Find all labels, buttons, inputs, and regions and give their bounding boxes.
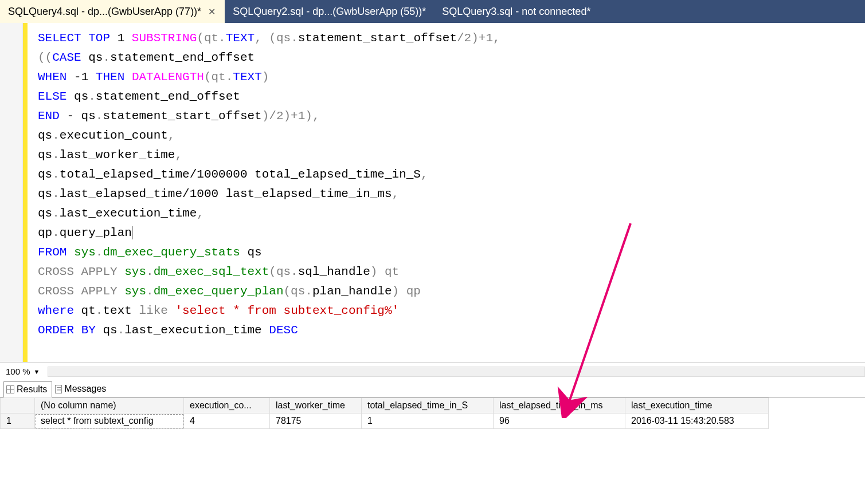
tab-results[interactable]: Results — [3, 381, 52, 397]
zoom-value[interactable]: 100 % — [6, 367, 30, 376]
tab-label: Messages — [64, 384, 106, 394]
chevron-down-icon[interactable]: ▼ — [34, 368, 40, 375]
tab-sqlquery4[interactable]: SQLQuery4.sql - dp...(GwbUserApp (77))* … — [0, 0, 225, 23]
cell[interactable]: 4 — [184, 414, 270, 429]
cell[interactable]: select * from subtext_config — [35, 414, 184, 429]
results-pane-tabs: Results Messages — [0, 380, 865, 397]
cell[interactable]: 1 — [362, 414, 494, 429]
tab-label: SQLQuery2.sql - dp...(GwbUserApp (55))* — [233, 6, 426, 18]
tab-label: SQLQuery3.sql - not connected* — [442, 6, 590, 18]
close-icon[interactable]: ✕ — [207, 6, 217, 17]
tab-sqlquery3[interactable]: SQLQuery3.sql - not connected* — [434, 0, 598, 23]
zoom-bar: 100 % ▼ — [0, 362, 865, 380]
sql-editor[interactable]: SELECT TOP 1 SUBSTRING(qt.TEXT, (qs.stat… — [0, 23, 865, 362]
tab-label: Results — [17, 384, 47, 395]
document-icon — [55, 385, 62, 393]
col-header[interactable]: (No column name) — [35, 398, 184, 414]
col-header[interactable]: total_elapsed_time_in_S — [362, 398, 494, 414]
modified-indicator — [23, 23, 28, 362]
tab-messages[interactable]: Messages — [52, 381, 111, 397]
cell[interactable]: 96 — [494, 414, 625, 429]
tab-label: SQLQuery4.sql - dp...(GwbUserApp (77))* — [8, 6, 201, 18]
col-header[interactable]: last_worker_time — [270, 398, 362, 414]
col-header[interactable]: last_execution_time — [625, 398, 769, 414]
horizontal-scrollbar[interactable] — [48, 367, 865, 377]
document-tab-bar: SQLQuery4.sql - dp...(GwbUserApp (77))* … — [0, 0, 865, 23]
header-row: (No column name) execution_co... last_wo… — [1, 398, 769, 414]
code-content[interactable]: SELECT TOP 1 SUBSTRING(qt.TEXT, (qs.stat… — [28, 23, 508, 362]
grid-icon — [6, 385, 14, 393]
col-header[interactable]: execution_co... — [184, 398, 270, 414]
row-number[interactable]: 1 — [1, 414, 35, 429]
cell[interactable]: 2016-03-11 15:43:20.583 — [625, 414, 769, 429]
results-grid[interactable]: (No column name) execution_co... last_wo… — [0, 397, 865, 429]
cell[interactable]: 78175 — [270, 414, 362, 429]
col-header[interactable]: last_elapsed_time_in_ms — [494, 398, 625, 414]
outline-gutter — [0, 23, 23, 362]
corner-cell[interactable] — [1, 398, 35, 414]
table-row[interactable]: 1 select * from subtext_config 4 78175 1… — [1, 414, 769, 429]
tab-sqlquery2[interactable]: SQLQuery2.sql - dp...(GwbUserApp (55))* — [225, 0, 434, 23]
